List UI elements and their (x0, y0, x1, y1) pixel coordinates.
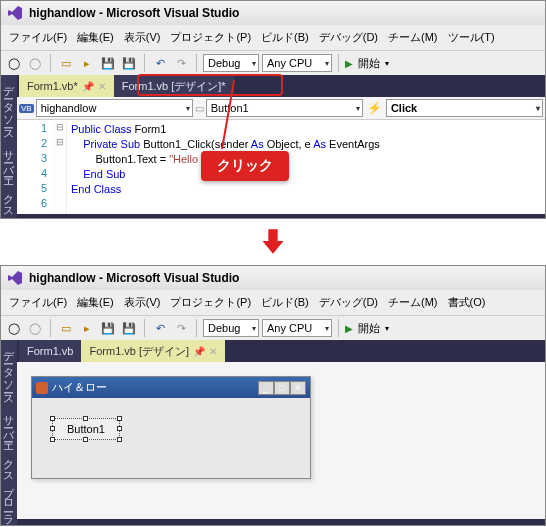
content: Form1.vb Form1.vb [デザイン] 📌 ✕ ハイ＆ロー _ □ (17, 340, 545, 525)
save-all-icon[interactable]: 💾 (120, 54, 138, 72)
menu-file[interactable]: ファイル(F) (5, 293, 71, 312)
sidebar-label-b[interactable]: サーバーエクスプローラ (2, 408, 16, 521)
menu-build[interactable]: ビルド(B) (257, 28, 313, 47)
start-button[interactable]: 開始 (356, 56, 382, 71)
code-text[interactable]: Public Class Form1 Private Sub Button1_C… (67, 120, 545, 214)
resize-handle[interactable] (50, 416, 55, 421)
tab-code[interactable]: Form1.vb (19, 340, 81, 362)
open-icon[interactable]: ▸ (78, 54, 96, 72)
undo-icon[interactable]: ↶ (151, 319, 169, 337)
menu-team[interactable]: チーム(M) (384, 28, 442, 47)
sidebar-label-b[interactable]: サーバーエクス (2, 143, 16, 214)
separator (338, 319, 339, 337)
menu-debug[interactable]: デバッグ(D) (315, 293, 382, 312)
redo-icon[interactable]: ↷ (172, 319, 190, 337)
resize-handle[interactable] (83, 437, 88, 442)
config-combo[interactable]: Debug (203, 54, 259, 72)
menu-build[interactable]: ビルド(B) (257, 293, 313, 312)
back-icon[interactable]: ◯ (5, 54, 23, 72)
tab-label: Form1.vb [デザイン] (89, 344, 189, 359)
menu-format[interactable]: 書式(O) (444, 293, 490, 312)
play-icon: ▶ (345, 58, 353, 69)
class-combo[interactable]: highandlow (36, 99, 193, 117)
menu-file[interactable]: ファイル(F) (5, 28, 71, 47)
menu-edit[interactable]: 編集(E) (73, 293, 118, 312)
main-area: データソース サーバーエクスプローラ Form1.vb Form1.vb [デザ… (1, 340, 545, 525)
menu-edit[interactable]: 編集(E) (73, 28, 118, 47)
undo-icon[interactable]: ↶ (151, 54, 169, 72)
back-icon[interactable]: ◯ (5, 319, 23, 337)
close-icon[interactable]: ✕ (98, 81, 106, 92)
titlebar: highandlow - Microsoft Visual Studio (1, 266, 545, 290)
menu-project[interactable]: プロジェクト(P) (166, 293, 255, 312)
resize-handle[interactable] (83, 416, 88, 421)
separator (50, 54, 51, 72)
new-icon[interactable]: ▭ (57, 319, 75, 337)
tab-label: Form1.vb* (27, 80, 78, 92)
forward-icon[interactable]: ◯ (26, 319, 44, 337)
save-all-icon[interactable]: 💾 (120, 319, 138, 337)
forward-icon[interactable]: ◯ (26, 54, 44, 72)
dropdown-icon[interactable]: ▾ (385, 324, 389, 333)
resize-handle[interactable] (117, 416, 122, 421)
menu-view[interactable]: 表示(V) (120, 293, 165, 312)
tab-label: Form1.vb (27, 345, 73, 357)
tab-strip: Form1.vb* 📌 ✕ Form1.vb [デザイン]* (17, 75, 545, 97)
line-numbers: 123 456 (17, 120, 53, 214)
close-icon[interactable]: ✕ (290, 381, 306, 395)
window-title: highandlow - Microsoft Visual Studio (29, 6, 239, 20)
resize-handle[interactable] (50, 437, 55, 442)
redo-icon[interactable]: ↷ (172, 54, 190, 72)
menu-project[interactable]: プロジェクト(P) (166, 28, 255, 47)
platform-combo[interactable]: Any CPU (262, 319, 332, 337)
open-icon[interactable]: ▸ (78, 319, 96, 337)
close-icon[interactable]: ✕ (209, 346, 217, 357)
tab-label: Form1.vb [デザイン]* (122, 79, 226, 94)
tab-design[interactable]: Form1.vb [デザイン]* (114, 75, 234, 97)
resize-handle[interactable] (117, 437, 122, 442)
separator (50, 319, 51, 337)
menu-team[interactable]: チーム(M) (384, 293, 442, 312)
separator (338, 54, 339, 72)
start-button[interactable]: 開始 (356, 321, 382, 336)
form-body[interactable]: Button1 (32, 398, 310, 478)
new-icon[interactable]: ▭ (57, 54, 75, 72)
menu-debug[interactable]: デバッグ(D) (315, 28, 382, 47)
designed-button[interactable]: Button1 (52, 418, 120, 440)
toolbar: ◯ ◯ ▭ ▸ 💾 💾 ↶ ↷ Debug Any CPU ▶ 開始 ▾ (1, 315, 545, 340)
bolt-icon: ⚡ (367, 101, 382, 115)
tab-code[interactable]: Form1.vb* 📌 ✕ (19, 75, 114, 97)
sidebar-label-a[interactable]: データソース (2, 344, 16, 402)
menu-view[interactable]: 表示(V) (120, 28, 165, 47)
window-title: highandlow - Microsoft Visual Studio (29, 271, 239, 285)
menu-tool[interactable]: ツール(T) (444, 28, 499, 47)
pin-icon[interactable]: 📌 (82, 81, 94, 92)
design-surface[interactable]: ハイ＆ロー _ □ ✕ Button1 (17, 362, 545, 519)
resize-handle[interactable] (50, 426, 55, 431)
platform-combo[interactable]: Any CPU (262, 54, 332, 72)
window-controls: _ □ ✕ (258, 381, 306, 395)
pin-icon[interactable]: 📌 (193, 346, 205, 357)
resize-handle[interactable] (117, 426, 122, 431)
vs-logo-icon (7, 5, 23, 21)
save-icon[interactable]: 💾 (99, 54, 117, 72)
maximize-icon[interactable]: □ (274, 381, 290, 395)
outline-gutter: ⊟⊟ (53, 120, 67, 214)
separator (144, 54, 145, 72)
callout: クリック (201, 151, 289, 181)
sidebar-label-a[interactable]: データソース (2, 79, 16, 137)
separator (196, 319, 197, 337)
save-icon[interactable]: 💾 (99, 319, 117, 337)
form-title: ハイ＆ロー (52, 380, 107, 395)
minimize-icon[interactable]: _ (258, 381, 274, 395)
form-titlebar: ハイ＆ロー _ □ ✕ (32, 377, 310, 398)
designed-form[interactable]: ハイ＆ロー _ □ ✕ Button1 (31, 376, 311, 479)
arrow-down-icon (0, 219, 546, 265)
titlebar: highandlow - Microsoft Visual Studio (1, 1, 545, 25)
dropdown-icon[interactable]: ▾ (385, 59, 389, 68)
menubar: ファイル(F) 編集(E) 表示(V) プロジェクト(P) ビルド(B) デバッ… (1, 25, 545, 50)
event-combo[interactable]: Click (386, 99, 543, 117)
tab-design[interactable]: Form1.vb [デザイン] 📌 ✕ (81, 340, 225, 362)
config-combo[interactable]: Debug (203, 319, 259, 337)
content: Form1.vb* 📌 ✕ Form1.vb [デザイン]* VB highan… (17, 75, 545, 218)
